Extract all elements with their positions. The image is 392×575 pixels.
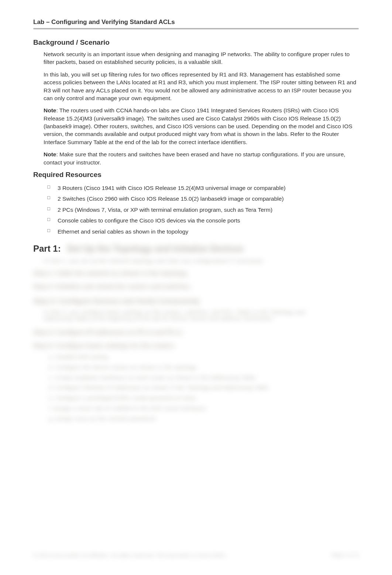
background-body: Network security is an important issue w… (44, 50, 359, 166)
list-item: □2 Switches (Cisco 2960 with Cisco IOS R… (47, 193, 359, 204)
resource-text: 2 Switches (Cisco 2960 with Cisco IOS Re… (58, 195, 284, 202)
header-divider (33, 28, 359, 30)
bullet-icon: □ (47, 193, 50, 203)
resources-list: □3 Routers (Cisco 1941 with Cisco IOS Re… (47, 183, 359, 237)
bullet-icon: □ (47, 215, 50, 224)
page-header: Lab – Configuring and Verifying Standard… (33, 18, 359, 30)
resource-text: 3 Routers (Cisco 1941 with Cisco IOS Rel… (58, 185, 286, 191)
part1-title-blurred: Set Up the Topology and Initialize Devic… (67, 244, 244, 254)
part1-heading-row: Part 1: Set Up the Topology and Initiali… (33, 244, 359, 254)
background-note2: Note: Make sure that the routers and swi… (44, 150, 359, 166)
step3-body-blurred: In Part 2, you configure basic settings … (44, 309, 324, 321)
background-note1: Note: The routers used with CCNA hands-o… (44, 106, 359, 146)
header-title: Lab – Configuring and Verifying Standard… (33, 18, 359, 26)
footer-page-number: Page 2 of 13 (331, 552, 359, 558)
document-page: Lab – Configuring and Verifying Standard… (0, 0, 392, 575)
list-item: □3 Routers (Cisco 1941 with Cisco IOS Re… (47, 183, 359, 193)
background-p2: In this lab, you will set up filtering r… (44, 71, 359, 102)
list-item: b. Configure the device names as shown i… (49, 362, 359, 372)
part1-sub-blurred: In Part 1, you set up the network topolo… (44, 258, 359, 264)
resources-heading: Required Resources (33, 171, 359, 179)
note2-label: Note (44, 151, 56, 157)
step5-heading-blurred: Step 5: Configure basic settings for the… (33, 342, 359, 350)
page-footer: © 2013 Cisco and/or its affiliates. All … (33, 552, 359, 558)
note1-label: Note (44, 107, 56, 113)
list-item: □2 PCs (Windows 7, Vista, or XP with ter… (47, 204, 359, 215)
background-p1: Network security is an important issue w… (44, 50, 359, 66)
background-heading: Background / Scenario (33, 38, 359, 47)
step3-heading-blurred: Step 3: Configure Devices and Verify Con… (33, 297, 359, 305)
resource-text: 2 PCs (Windows 7, Vista, or XP with term… (58, 207, 272, 213)
list-item: g. Assign cisco as the console password. (49, 414, 359, 424)
list-item: a. Disable DNS lookup. (49, 352, 359, 362)
resource-text: Console cables to configure the Cisco IO… (58, 217, 240, 224)
list-item: □Ethernet and serial cables as shown in … (47, 226, 359, 237)
footer-copyright: © 2013 Cisco and/or its affiliates. All … (33, 552, 227, 558)
list-item: f. Assign a clock rate of 128000 to the … (49, 403, 359, 414)
step1-heading-blurred: Step 1: Cable the network as shown in th… (33, 270, 359, 277)
step5-list-blurred: a. Disable DNS lookup. b. Configure the … (49, 352, 359, 423)
list-item: d. Configure interface IP addresses as s… (49, 382, 359, 393)
note2-body: : Make sure that the routers and switche… (44, 151, 345, 165)
step4-heading-blurred: Step 4: Configure IP addresses on PC-A a… (33, 329, 359, 336)
note1-body: : The routers used with CCNA hands-on la… (44, 107, 353, 145)
list-item: □Console cables to configure the Cisco I… (47, 215, 359, 226)
list-item: c. Create loopback interfaces on each ro… (49, 372, 359, 383)
list-item: e. Configure a privileged EXEC mode pass… (49, 393, 359, 403)
bullet-icon: □ (47, 226, 50, 235)
bullet-icon: □ (47, 183, 50, 192)
resource-text: Ethernet and serial cables as shown in t… (58, 228, 188, 235)
part1-label: Part 1: (33, 244, 61, 254)
bullet-icon: □ (47, 204, 50, 214)
step2-heading-blurred: Step 2: Initialize and reload the router… (33, 283, 359, 290)
